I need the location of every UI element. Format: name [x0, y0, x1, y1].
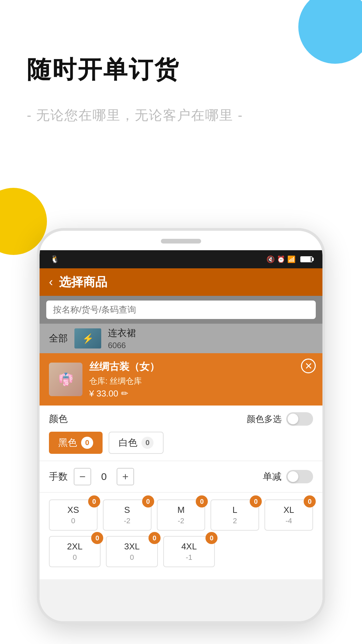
category-thumb-icon: ⚡	[82, 333, 94, 344]
category-product-info: 连衣裙 6066	[108, 327, 136, 350]
header-area: 随时开单订货 - 无论您在哪里，无论客户在哪里 -	[27, 54, 243, 124]
category-product-name: 连衣裙	[108, 327, 136, 339]
toggle-knob	[288, 414, 298, 424]
edit-price-icon[interactable]: ✏	[121, 388, 128, 399]
size-badge-3xl: 0	[148, 532, 161, 544]
product-options: 颜色 颜色多选 黑色 0	[40, 406, 322, 579]
qty-value: 0	[97, 471, 111, 482]
app-content: ‹ 选择商品 全部 ⚡ 连衣裙 6066 👘	[40, 268, 322, 621]
phone-mockup: 🐧 🔇 ⏰ 📶 ‹ 选择商品	[37, 228, 325, 624]
qty-plus-button[interactable]: +	[117, 468, 134, 485]
qty-left: 手数 − 0 +	[49, 468, 134, 485]
color-toggle-area: 颜色多选	[247, 412, 313, 426]
size-stock-s: -2	[107, 517, 147, 525]
color-count-black: 0	[81, 437, 93, 449]
size-row-2: 0 2XL 0 0 3XL 0 0 4XL -1	[49, 536, 313, 567]
product-image: 👘	[49, 363, 82, 396]
size-stock-m: -2	[161, 517, 201, 525]
category-row[interactable]: 全部 ⚡ 连衣裙 6066	[40, 324, 322, 353]
size-stock-3xl: 0	[110, 553, 154, 562]
size-cell-4xl[interactable]: 0 4XL -1	[163, 536, 215, 567]
category-all-label: 全部	[49, 332, 68, 345]
color-button-black[interactable]: 黑色 0	[49, 432, 103, 454]
category-product-code: 6066	[108, 341, 136, 350]
size-badge-2xl: 0	[91, 532, 103, 544]
product-price: ¥ 33.00 ✏	[89, 388, 313, 399]
size-stock-l: 2	[215, 517, 255, 525]
quantity-section: 手数 − 0 + 单减	[40, 461, 322, 493]
size-badge-l: 0	[250, 495, 262, 507]
status-carrier: 🐧	[48, 255, 59, 264]
size-badge-xs: 0	[88, 495, 100, 507]
size-cell-2xl[interactable]: 0 2XL 0	[49, 536, 101, 567]
product-info: 丝绸古装（女） 仓库: 丝绸仓库 ¥ 33.00 ✏	[89, 360, 313, 399]
color-count-white: 0	[141, 437, 154, 449]
app-header-title: 选择商品	[59, 274, 107, 290]
phone-inner: 🐧 🔇 ⏰ 📶 ‹ 选择商品	[40, 231, 322, 621]
decorative-circle-blue	[298, 0, 362, 64]
size-cell-l[interactable]: 0 L 2	[210, 499, 259, 531]
status-right: 🔇 ⏰ 📶	[266, 255, 314, 263]
size-cell-empty-2	[269, 536, 313, 567]
size-badge-s: 0	[142, 495, 154, 507]
product-warehouse: 仓库: 丝绸仓库	[89, 376, 313, 386]
color-label: 颜色	[49, 413, 68, 425]
sub-title: - 无论您在哪里，无论客户在哪里 -	[27, 106, 243, 124]
back-button[interactable]: ‹	[49, 275, 53, 289]
category-thumb: ⚡	[74, 328, 101, 348]
color-name-black: 黑色	[58, 436, 77, 449]
product-name: 丝绸古装（女）	[89, 360, 313, 374]
qty-right: 单减	[263, 470, 313, 483]
color-buttons: 黑色 0 白色 0	[49, 432, 313, 454]
size-cell-empty-1	[220, 536, 264, 567]
color-toggle-label: 颜色多选	[247, 413, 282, 425]
main-title: 随时开单订货	[27, 54, 243, 86]
size-name-l: L	[215, 505, 255, 515]
size-cell-xl[interactable]: 0 XL -4	[264, 499, 313, 531]
size-cell-s[interactable]: 0 S -2	[103, 499, 152, 531]
selected-product-row[interactable]: 👘 丝绸古装（女） 仓库: 丝绸仓库 ¥ 33.00 ✏ ✕	[40, 353, 322, 406]
size-grid: 0 XS 0 0 S -2 0 M -2	[40, 493, 322, 579]
phone-speaker	[161, 239, 201, 244]
size-badge-xl: 0	[304, 495, 316, 507]
close-product-button[interactable]: ✕	[301, 359, 316, 373]
size-cell-xs[interactable]: 0 XS 0	[49, 499, 98, 531]
size-name-3xl: 3XL	[110, 541, 154, 552]
size-stock-4xl: -1	[167, 553, 211, 562]
size-row-1: 0 XS 0 0 S -2 0 M -2	[49, 499, 313, 531]
app-header: ‹ 选择商品	[40, 268, 322, 296]
color-button-white[interactable]: 白色 0	[109, 432, 164, 454]
status-bar: 🐧 🔇 ⏰ 📶	[40, 250, 322, 268]
color-header: 颜色 颜色多选	[49, 412, 313, 426]
size-name-m: M	[161, 505, 201, 515]
single-reduce-label: 单减	[263, 470, 282, 483]
size-stock-xs: 0	[53, 517, 94, 525]
color-section: 颜色 颜色多选 黑色 0	[40, 406, 322, 461]
size-stock-2xl: 0	[53, 553, 97, 562]
size-name-2xl: 2XL	[53, 541, 97, 552]
size-badge-4xl: 0	[205, 532, 218, 544]
single-reduce-knob	[288, 471, 298, 482]
size-name-xl: XL	[268, 505, 309, 515]
search-input[interactable]	[46, 301, 316, 319]
size-name-xs: XS	[53, 505, 94, 515]
size-badge-m: 0	[196, 495, 208, 507]
product-img-placeholder: 👘	[49, 363, 82, 396]
qty-label: 手数	[49, 470, 68, 483]
qty-minus-button[interactable]: −	[74, 468, 91, 485]
size-stock-xl: -4	[268, 517, 309, 525]
size-cell-m[interactable]: 0 M -2	[157, 499, 205, 531]
search-bar-container	[40, 296, 322, 324]
color-multi-toggle[interactable]	[286, 412, 313, 426]
size-name-4xl: 4XL	[167, 541, 211, 552]
single-reduce-toggle[interactable]	[286, 470, 313, 483]
color-name-white: 白色	[119, 436, 137, 449]
size-name-s: S	[107, 505, 147, 515]
size-cell-3xl[interactable]: 0 3XL 0	[106, 536, 158, 567]
